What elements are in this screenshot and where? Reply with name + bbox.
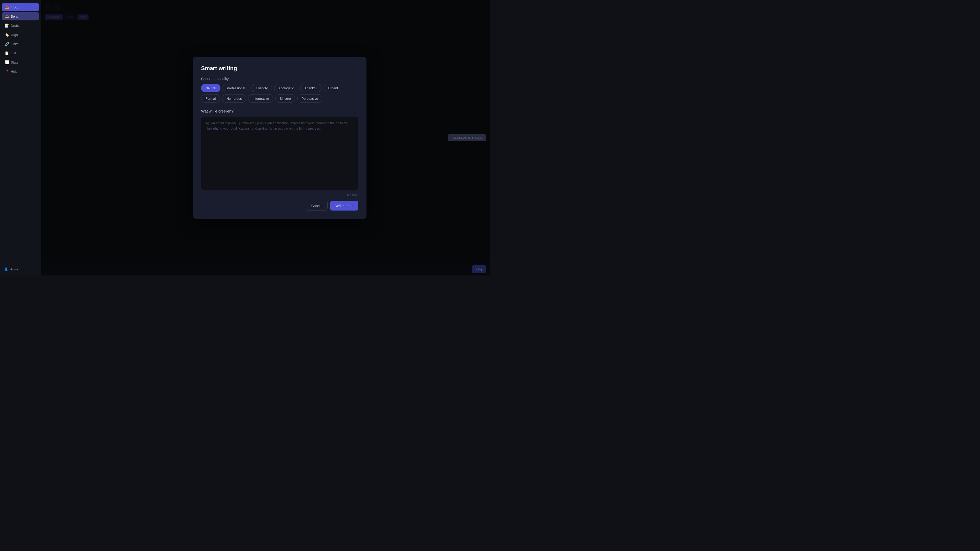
tone-btn-informative[interactable]: Informative: [248, 94, 273, 103]
tone-btn-apologetic[interactable]: Apologetic: [274, 84, 298, 92]
write-email-button[interactable]: Write email: [330, 201, 358, 211]
tone-btn-urgent[interactable]: Urgent: [324, 84, 342, 92]
sidebar-item-links[interactable]: 🔗 Links: [2, 40, 39, 48]
help-icon: ❓: [5, 69, 9, 73]
tone-btn-formal[interactable]: Formal: [201, 94, 220, 103]
tone-btn-humorous[interactable]: Humorous: [222, 94, 246, 103]
right-panel-hint: PERSONALIZE & SEND: [448, 134, 486, 141]
sidebar-item-tags[interactable]: 🏷️ Tags: [2, 30, 39, 39]
modal-title: Smart writing: [201, 65, 358, 72]
tone-btn-thankful[interactable]: Thankful: [300, 84, 321, 92]
sidebar-item-label: Inbox: [11, 5, 19, 9]
list-icon: 📋: [5, 51, 9, 55]
sent-icon: 📤: [5, 14, 9, 18]
tone-btn-persuasive[interactable]: Persuasive: [298, 94, 322, 103]
prompt-textarea[interactable]: [201, 116, 358, 190]
stats-icon: 📊: [5, 60, 9, 64]
sidebar-item-label: Sent: [11, 14, 18, 18]
sidebar-item-label: List: [11, 51, 16, 55]
sidebar-item-label: Drafts: [11, 24, 20, 27]
smart-writing-modal: Smart writing Choose a tonality Neutral …: [193, 57, 366, 219]
sidebar-item-sent[interactable]: 📤 Sent: [2, 12, 39, 21]
user-label: Admin: [10, 267, 20, 271]
sidebar-item-list[interactable]: 📋 List: [2, 49, 39, 57]
inbox-icon: 📥: [5, 5, 9, 9]
user-icon: 👤: [4, 267, 8, 271]
sidebar: 📥 Inbox 📤 Sent 📝 Drafts 🏷️ Tags 🔗 Links …: [0, 0, 41, 275]
sidebar-item-label: Help: [11, 70, 18, 73]
links-icon: 🔗: [5, 42, 9, 46]
sidebar-item-label: Tags: [11, 33, 18, 37]
tonality-label: Choose a tonality: [201, 77, 358, 81]
sidebar-item-drafts[interactable]: 📝 Drafts: [2, 21, 39, 30]
sidebar-item-label: Stats: [11, 60, 18, 64]
tone-btn-sincere[interactable]: Sincere: [275, 94, 295, 103]
tone-btn-professional[interactable]: Professional: [223, 84, 250, 92]
sidebar-item-stats[interactable]: 📊 Stats: [2, 58, 39, 66]
bottom-user: 👤 Admin: [4, 267, 20, 271]
textarea-wrapper: [201, 116, 358, 191]
cancel-button[interactable]: Cancel: [306, 201, 328, 211]
sidebar-item-label: Links: [11, 42, 18, 46]
tone-btn-friendly[interactable]: Friendly: [251, 84, 272, 92]
modal-footer: Cancel Write email: [201, 201, 358, 211]
sidebar-item-inbox[interactable]: 📥 Inbox: [2, 3, 39, 11]
tonality-options: Neutral Professional Friendly Apologetic…: [201, 84, 358, 103]
drafts-icon: 📝: [5, 24, 9, 27]
tags-icon: 🏷️: [5, 33, 9, 37]
create-label: Wat wil je creëren?: [201, 109, 358, 113]
tone-btn-neutral[interactable]: Neutral: [201, 84, 221, 92]
char-count: 0 / 1500: [201, 193, 358, 197]
sidebar-item-help[interactable]: ❓ Help: [2, 67, 39, 76]
